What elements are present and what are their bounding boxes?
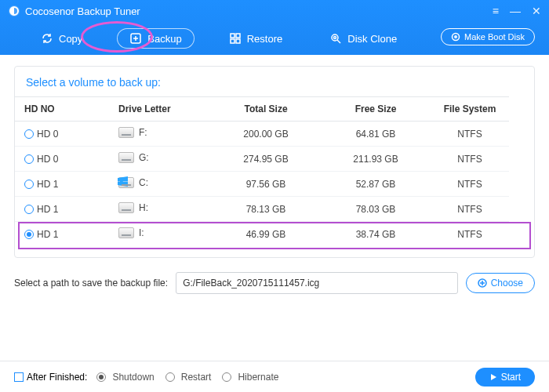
- table-row[interactable]: HD 1H:78.13 GB78.03 GBNTFS: [15, 197, 534, 222]
- cell-total: 274.95 GB: [211, 147, 321, 172]
- button-label: Start: [501, 372, 521, 383]
- refresh-icon: [41, 32, 53, 45]
- plus-circle-icon: [478, 278, 487, 288]
- grid-icon: [229, 32, 242, 45]
- radio-icon: [24, 230, 34, 239]
- cell-total: 97.56 GB: [211, 172, 321, 197]
- opt-restart[interactable]: Restart: [165, 372, 212, 383]
- tab-backup[interactable]: Backup: [117, 28, 194, 49]
- option-label: Shutdown: [112, 372, 154, 383]
- start-button[interactable]: Start: [475, 368, 535, 387]
- search-disk-icon: [329, 32, 342, 45]
- cell-free: 78.03 GB: [321, 197, 431, 222]
- drive-icon: [118, 227, 134, 238]
- cell-drive: I:: [139, 227, 144, 238]
- radio-icon: [96, 372, 106, 382]
- cell-total: 46.99 GB: [211, 222, 321, 247]
- footer: After Finished: Shutdown Restart Hiberna…: [0, 361, 549, 392]
- cell-drive: C:: [139, 177, 148, 188]
- tab-label: Copy: [59, 33, 82, 45]
- svg-rect-4: [231, 39, 235, 43]
- table-row[interactable]: HD 0F:200.00 GB64.81 GBNTFS: [15, 122, 534, 147]
- after-finished-label: After Finished:: [27, 372, 87, 383]
- radio-icon: [24, 129, 34, 139]
- col-free: Free Size: [321, 97, 431, 122]
- path-label: Select a path to save the backup file:: [14, 278, 168, 289]
- tab-restore[interactable]: Restore: [216, 28, 296, 49]
- app-header: Cocosenor Backup Tuner ≡ — ✕ Copy Backup…: [0, 0, 549, 55]
- minimize-icon[interactable]: —: [510, 5, 521, 17]
- svg-rect-5: [236, 39, 240, 43]
- path-row: Select a path to save the backup file: C…: [14, 272, 535, 294]
- cell-fs: NTFS: [431, 147, 509, 172]
- radio-icon: [222, 372, 231, 382]
- play-icon: [489, 373, 497, 381]
- radio-icon: [24, 205, 34, 214]
- tab-label: Disk Clone: [347, 33, 397, 45]
- table-row[interactable]: HD 0G:274.95 GB211.93 GBNTFS: [15, 147, 534, 172]
- cell-free: 38.74 GB: [321, 222, 431, 247]
- cell-fs: NTFS: [431, 122, 509, 147]
- app-title-text: Cocosenor Backup Tuner: [25, 5, 140, 17]
- make-boot-disk-button[interactable]: Make Boot Disk: [441, 28, 535, 45]
- cell-hd: HD 1: [37, 204, 58, 215]
- radio-icon: [165, 372, 175, 382]
- drive-icon: [118, 152, 134, 163]
- cell-fs: NTFS: [431, 172, 509, 197]
- close-icon[interactable]: ✕: [532, 5, 541, 17]
- option-label: Hibernate: [238, 372, 278, 383]
- svg-point-7: [334, 37, 336, 39]
- cell-drive: H:: [139, 202, 148, 213]
- tab-label: Backup: [147, 33, 181, 45]
- cell-hd: HD 1: [37, 229, 58, 240]
- cell-hd: HD 0: [37, 129, 58, 140]
- cell-total: 78.13 GB: [211, 197, 321, 222]
- col-fs: File System: [431, 97, 509, 122]
- tab-disk-clone[interactable]: Disk Clone: [317, 28, 409, 49]
- option-label: Restart: [181, 372, 212, 383]
- drive-icon: [118, 177, 134, 188]
- opt-shutdown[interactable]: Shutdown: [96, 372, 154, 383]
- volume-panel: Select a volume to back up: HD NO Drive …: [14, 66, 535, 258]
- after-finished-checkbox[interactable]: [14, 372, 24, 382]
- drive-icon: [118, 127, 134, 138]
- opt-hibernate[interactable]: Hibernate: [222, 372, 278, 383]
- svg-point-6: [332, 34, 338, 41]
- col-drive: Drive Letter: [109, 97, 211, 122]
- cell-total: 200.00 GB: [211, 122, 321, 147]
- svg-point-8: [452, 34, 459, 41]
- menu-icon[interactable]: ≡: [493, 5, 499, 17]
- svg-rect-3: [236, 34, 240, 38]
- table-row[interactable]: HD 1C:97.56 GB52.87 GBNTFS: [15, 172, 534, 197]
- svg-point-9: [455, 36, 456, 38]
- volume-table: HD NO Drive Letter Total Size Free Size …: [15, 96, 534, 246]
- cell-free: 211.93 GB: [321, 147, 431, 172]
- cell-free: 52.87 GB: [321, 172, 431, 197]
- disc-icon: [451, 32, 460, 42]
- panel-title: Select a volume to back up:: [15, 67, 534, 96]
- cell-hd: HD 0: [37, 154, 58, 165]
- cell-fs: NTFS: [431, 222, 509, 247]
- col-hdno: HD NO: [15, 97, 109, 122]
- button-label: Make Boot Disk: [464, 32, 525, 42]
- app-title: Cocosenor Backup Tuner: [8, 5, 140, 17]
- table-row[interactable]: HD 1I:46.99 GB38.74 GBNTFS: [15, 222, 534, 247]
- tab-label: Restore: [247, 33, 283, 45]
- cell-drive: F:: [139, 127, 147, 138]
- col-total: Total Size: [211, 97, 321, 122]
- cell-fs: NTFS: [431, 197, 509, 222]
- cell-hd: HD 1: [37, 179, 58, 190]
- radio-icon: [24, 180, 34, 189]
- cell-drive: G:: [139, 152, 149, 163]
- tab-bar: Copy Backup Restore Disk Clone: [28, 28, 409, 49]
- svg-rect-2: [231, 34, 235, 38]
- path-input[interactable]: [176, 272, 458, 294]
- app-logo-icon: [8, 5, 20, 17]
- cell-free: 64.81 GB: [321, 122, 431, 147]
- button-label: Choose: [491, 278, 523, 289]
- tab-copy[interactable]: Copy: [28, 28, 95, 49]
- radio-icon: [24, 154, 34, 164]
- plus-box-icon: [129, 32, 142, 45]
- drive-icon: [118, 202, 134, 213]
- choose-button[interactable]: Choose: [466, 273, 535, 293]
